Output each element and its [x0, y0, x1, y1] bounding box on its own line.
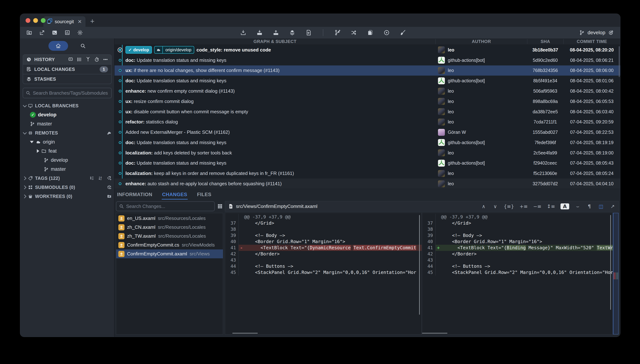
- decrease-context-icon[interactable]: −≡: [533, 204, 541, 209]
- commit-row[interactable]: localization: keep all keys in order and…: [115, 168, 620, 178]
- syntax-highlight-icon[interactable]: A: [560, 204, 569, 209]
- triangle-right-icon[interactable]: [37, 149, 39, 153]
- repositories-icon[interactable]: [26, 30, 32, 36]
- chevron-right-icon[interactable]: [23, 176, 26, 180]
- side-by-side-icon[interactable]: ◫: [598, 204, 604, 209]
- cubeplus-icon[interactable]: [107, 185, 112, 190]
- statistics-icon[interactable]: [64, 30, 70, 36]
- word-wrap-icon[interactable]: ⌣: [575, 204, 581, 209]
- custom-action-icon[interactable]: [383, 30, 390, 36]
- tagplus-icon[interactable]: [107, 176, 112, 180]
- workspace-switcher-icon[interactable]: [47, 18, 53, 24]
- commit-row[interactable]: enhance: new confirm empty commit dialog…: [115, 86, 620, 96]
- commit-row[interactable]: enhance: auto stash and re-apply local c…: [115, 178, 620, 189]
- increase-context-icon[interactable]: +≡: [519, 204, 528, 209]
- apply-patch-icon[interactable]: [305, 30, 312, 36]
- current-branch-button[interactable]: develop: [577, 29, 615, 36]
- push-icon[interactable]: [273, 30, 279, 36]
- preferences-icon[interactable]: [77, 30, 83, 36]
- view-mode-icon[interactable]: [217, 203, 223, 209]
- old-pane-hscrollbar[interactable]: [232, 333, 258, 334]
- commit-list-scrollbar[interactable]: [619, 46, 620, 77]
- file-row[interactable]: ±zh_CN.axamlsrc/Resources/Locales: [116, 223, 223, 232]
- chevron-down-icon[interactable]: [23, 130, 27, 134]
- commit-row[interactable]: doc: Update translation status and missi…: [115, 76, 620, 86]
- sidebar-item-local-changes[interactable]: LOCAL CHANGES 1: [23, 64, 111, 74]
- tree-item-master[interactable]: master: [20, 119, 114, 128]
- chevron-right-icon[interactable]: [23, 185, 26, 189]
- search-history-icon[interactable]: [86, 57, 91, 62]
- commit-message-icon[interactable]: [68, 57, 73, 62]
- commit-row[interactable]: ✓developorigin/developcode_style: remove…: [115, 45, 620, 55]
- tree-item-remotes[interactable]: REMOTES: [20, 128, 114, 138]
- file-row[interactable]: ±zh_TW.axamlsrc/Resources/Locales: [116, 232, 223, 240]
- file-row[interactable]: ±ConfirmEmptyCommit.cssrc/ViewModels: [116, 240, 223, 250]
- fetch-icon[interactable]: [240, 30, 246, 36]
- search-changes-input[interactable]: Search Changes...: [116, 202, 215, 211]
- local-branch-badge[interactable]: ✓develop: [125, 46, 152, 54]
- prev-change-icon[interactable]: ∧: [481, 204, 487, 209]
- commit-row[interactable]: refactor: statistics dialogleo7cda7211f1…: [115, 117, 620, 127]
- tree-item-submodules-0-[interactable]: SUBMODULES (0): [20, 183, 114, 192]
- tree-item-local-branches[interactable]: LOCAL BRANCHES: [20, 101, 114, 110]
- launch-time-icon[interactable]: [94, 57, 99, 62]
- folderplus-icon[interactable]: [107, 194, 112, 199]
- show-symbols-icon[interactable]: ¶: [586, 204, 592, 209]
- tree-item-tags-122-[interactable]: TAGS (122)AZ: [20, 174, 114, 183]
- archive-icon[interactable]: [367, 30, 373, 36]
- commit-row[interactable]: ux: resize confirm commit dialogleo898a8…: [115, 96, 620, 106]
- search-branches-input[interactable]: Search Branches/Tags/Submodules: [23, 88, 112, 98]
- commit-row[interactable]: doc: Update translation status and missi…: [115, 55, 620, 66]
- tree-item-develop[interactable]: develop: [20, 156, 114, 164]
- tab-changes[interactable]: CHANGES: [162, 190, 188, 200]
- file-row[interactable]: ±en_US.axamlsrc/Resources/Locales: [116, 214, 223, 223]
- commit-row[interactable]: Added new ExternalMerger - Plastic SCM (…: [115, 127, 620, 138]
- cloudplus-icon[interactable]: [107, 130, 112, 135]
- dashboard-tab[interactable]: [49, 41, 68, 51]
- file-row[interactable]: ±ConfirmEmptyCommit.axamlsrc/Views: [116, 250, 223, 258]
- new-pane-hscrollbar[interactable]: [422, 333, 448, 334]
- tab-files[interactable]: FILES: [197, 190, 212, 200]
- cleanup-icon[interactable]: [400, 30, 406, 36]
- commit-row[interactable]: ux: disable commit button when commit me…: [115, 106, 620, 117]
- open-external-icon[interactable]: [39, 30, 45, 36]
- listtree-icon[interactable]: [90, 176, 94, 180]
- search-commits-button[interactable]: [80, 43, 86, 49]
- pull-icon[interactable]: [257, 30, 263, 36]
- sidebar-item-stashes[interactable]: STASHES: [23, 74, 111, 84]
- block-navigation-icon[interactable]: {≡}: [504, 204, 514, 209]
- sidebar-item-history[interactable]: HISTORY: [23, 55, 111, 64]
- diff-minimap[interactable]: [613, 213, 618, 334]
- chevron-down-icon[interactable]: [23, 103, 27, 107]
- tree-item-feat[interactable]: feat: [20, 146, 114, 156]
- minimize-window-button[interactable]: [33, 18, 38, 23]
- open-external-icon[interactable]: ↗: [609, 204, 616, 209]
- tree-item-master[interactable]: master: [20, 164, 114, 174]
- tree-item-worktrees-0-[interactable]: WORKTREES (0): [20, 192, 114, 201]
- more-options-icon[interactable]: [103, 57, 108, 62]
- commit-row[interactable]: localization: add keys deleted by sorter…: [115, 148, 620, 158]
- tree-item-develop[interactable]: ✓develop: [20, 110, 114, 119]
- commit-row[interactable]: doc: Update translation status and missi…: [115, 158, 620, 168]
- diff-pane-new[interactable]: @@ -37,9 +37,9 @@37 </Grid>3839 <!— Body…: [422, 213, 618, 334]
- chevron-right-icon[interactable]: [23, 194, 26, 198]
- new-pane-scrollbar[interactable]: [610, 215, 611, 310]
- tree-item-origin[interactable]: origin: [20, 138, 114, 146]
- new-branch-icon[interactable]: [335, 30, 341, 36]
- line-spacing-icon[interactable]: ↕≡: [547, 204, 555, 209]
- commit-row[interactable]: ux: if there are no local changes, show …: [115, 66, 620, 76]
- close-window-button[interactable]: [26, 18, 30, 23]
- file-history-icon[interactable]: [77, 57, 82, 62]
- remote-branch-badge[interactable]: origin/develop: [154, 46, 194, 54]
- tab-information[interactable]: INFORMATION: [117, 190, 153, 200]
- sortaz-icon[interactable]: AZ: [98, 176, 103, 180]
- next-change-icon[interactable]: ∨: [492, 204, 498, 209]
- stash-icon[interactable]: [289, 30, 295, 36]
- diff-pane-old[interactable]: @@ -37,9 +37,9 @@37 </Grid>3839 <!— Body…: [225, 213, 422, 334]
- maximize-window-button[interactable]: [41, 18, 46, 23]
- commit-row[interactable]: doc: Update translation status and missi…: [115, 138, 620, 148]
- merge-icon[interactable]: [351, 30, 357, 36]
- new-tab-button[interactable]: +: [90, 17, 94, 26]
- old-pane-scrollbar[interactable]: [419, 215, 420, 315]
- terminal-icon[interactable]: [52, 30, 58, 36]
